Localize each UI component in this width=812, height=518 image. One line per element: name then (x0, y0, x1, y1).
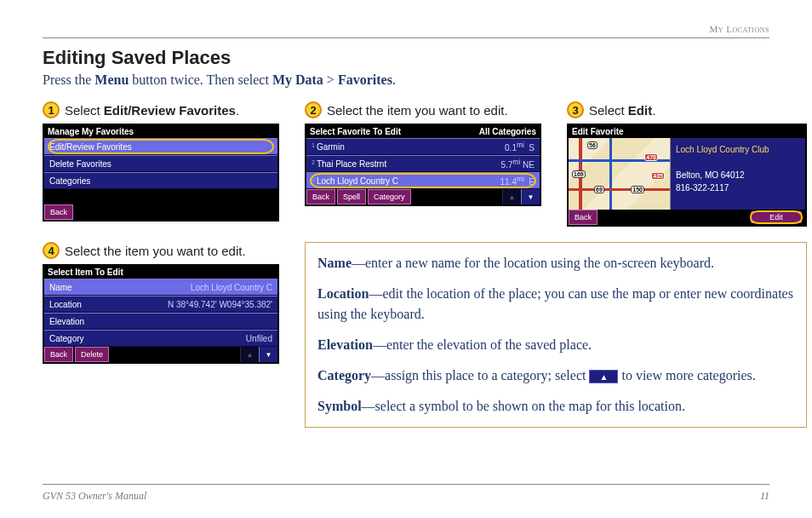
map-thumbnail: 56 470 169 69 150 435 (569, 138, 671, 210)
row-garmin[interactable]: 1Garmin 0.1mi S (306, 138, 540, 155)
row-location[interactable]: LocationN 38°49.742' W094°35.382' (44, 296, 277, 313)
definitions-box-wrap: Name—enter a new name for the location u… (305, 242, 807, 428)
scroll-up-icon[interactable]: ▲ (240, 347, 259, 362)
row-name[interactable]: NameLoch Lloyd Country C (44, 279, 277, 296)
intro-text: Press the Menu button twice. Then select… (43, 72, 769, 88)
page-footer: GVN 53 Owner's Manual 11 (43, 484, 769, 503)
step-3: 3 Select Edit. Edit Favorite 56 470 169 … (567, 101, 807, 227)
screen-select-item: Select Item To Edit NameLoch Lloyd Count… (43, 264, 279, 364)
step-2: 2 Select the item you want to edit. Sele… (305, 101, 552, 227)
scroll-down-icon[interactable]: ▼ (259, 347, 277, 362)
header-rule (43, 37, 769, 38)
back-button[interactable]: Back (44, 347, 73, 362)
step-number-2: 2 (305, 101, 322, 118)
row-category[interactable]: CategoryUnfiled (44, 330, 277, 347)
section-header: My Locations (43, 24, 769, 34)
back-button[interactable]: Back (569, 210, 598, 225)
edit-button[interactable]: Edit (751, 211, 802, 223)
row-loch-lloyd[interactable]: 3Loch Lloyd Country C 11.4mi E (306, 172, 540, 189)
step-1: 1 Select Edit/Review Favorites. Manage M… (43, 101, 289, 227)
definitions-box: Name—enter a new name for the location u… (305, 242, 807, 428)
step-number-3: 3 (567, 101, 584, 118)
step-number-1: 1 (43, 101, 60, 118)
page-title: Editing Saved Places (43, 47, 769, 69)
step-number-4: 4 (43, 242, 60, 259)
delete-button[interactable]: Delete (75, 347, 109, 362)
row-elevation[interactable]: Elevation (44, 313, 277, 330)
row-edit-review[interactable]: Edit/Review Favorites (44, 138, 277, 155)
row-thai-place[interactable]: 2Thai Place Restrnt 5.7mi NE (306, 155, 540, 172)
back-button[interactable]: Back (306, 189, 335, 204)
row-delete-favorites[interactable]: Delete Favorites (44, 155, 277, 172)
scroll-up-icon[interactable]: ▲ (502, 189, 521, 204)
scroll-up-icon: ▲ (589, 370, 618, 383)
screen-manage-favorites: Manage My Favorites Edit/Review Favorite… (43, 124, 279, 222)
place-info: Loch Lloyd Country Club Belton, MO 64012… (671, 138, 805, 210)
manual-title: GVN 53 Owner's Manual (43, 490, 146, 503)
screen-edit-favorite: Edit Favorite 56 470 169 69 150 435 Loch… (567, 124, 807, 227)
step-4: 4 Select the item you want to edit. Sele… (43, 242, 289, 419)
scroll-down-icon[interactable]: ▼ (521, 189, 540, 204)
back-button[interactable]: Back (44, 204, 73, 220)
screen-select-favorite: Select Favorite To EditAll Categories 1G… (305, 124, 541, 206)
spell-button[interactable]: Spell (337, 189, 366, 204)
category-button[interactable]: Category (368, 189, 411, 204)
page-number: 11 (760, 490, 769, 503)
row-categories[interactable]: Categories (44, 172, 277, 189)
